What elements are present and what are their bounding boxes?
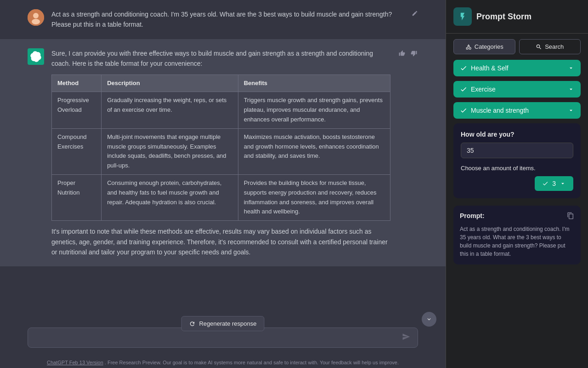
table-cell-benefits: Triggers muscle growth and strength gain…: [238, 92, 390, 128]
chat-panel: Act as a strength and conditioning coach…: [0, 0, 446, 368]
category-health-self-label: Health & Self: [471, 64, 509, 72]
prompt-section: Prompt: Act as a strength and conditioni…: [453, 206, 581, 264]
footer-description: . Free Research Preview. Our goal is to …: [105, 360, 399, 365]
prompt-text: Act as a strength and conditioning coach…: [460, 225, 574, 258]
category-muscle-strength-button[interactable]: Muscle and strength: [453, 102, 581, 119]
tab-search[interactable]: Search: [519, 39, 581, 54]
message-actions: [412, 9, 418, 18]
category-exercise-button[interactable]: Exercise: [453, 81, 581, 98]
svg-point-2: [32, 19, 40, 24]
category-health-self-button[interactable]: Health & Self: [453, 60, 581, 76]
col-header-description: Description: [102, 75, 238, 92]
category-exercise-label: Exercise: [471, 86, 496, 93]
user-avatar: [28, 9, 44, 26]
regenerate-button[interactable]: Regenerate response: [181, 316, 264, 331]
table-row: Compound ExercisesMulti-joint movements …: [52, 128, 390, 174]
table-cell-description: Gradually increasing the weight, reps, o…: [102, 92, 238, 128]
ai-avatar: [28, 48, 44, 65]
ai-message-content: Sure, I can provide you with three effec…: [51, 48, 390, 258]
tab-search-label: Search: [545, 43, 564, 50]
response-table: Method Description Benefits Progressive …: [51, 75, 390, 221]
table-cell-description: Consuming enough protein, carbohydrates,…: [102, 174, 238, 220]
send-button[interactable]: [402, 333, 410, 343]
panel-header: Prompt Storm: [446, 0, 588, 34]
panel-tabs: Categories Search: [446, 34, 588, 60]
thumbs-down-button[interactable]: [410, 49, 418, 59]
regenerate-area: Regenerate response: [181, 316, 264, 331]
category-muscle-strength-label: Muscle and strength: [471, 107, 529, 114]
age-label: How old are you?: [461, 131, 573, 138]
footer-text: ChatGPT Feb 13 Version . Free Research P…: [47, 360, 399, 365]
chat-input[interactable]: [35, 334, 402, 341]
amount-dropdown-button[interactable]: 3: [535, 176, 573, 191]
amount-dropdown-area: 3: [461, 176, 573, 191]
prompt-header: Prompt:: [460, 212, 574, 221]
ai-message-actions: [398, 48, 418, 59]
config-box: How old are you? Choose an amount of ite…: [453, 123, 581, 198]
footer-version-link[interactable]: ChatGPT Feb 13 Version: [47, 360, 103, 365]
panel-title: Prompt Storm: [476, 12, 531, 22]
user-message-text: Act as a strength and conditioning coach…: [51, 9, 404, 30]
age-input[interactable]: [461, 143, 573, 158]
edit-message-button[interactable]: [412, 10, 418, 18]
table-cell-method: Proper Nutrition: [52, 174, 102, 220]
tab-categories-label: Categories: [475, 43, 503, 50]
copy-prompt-button[interactable]: [567, 212, 574, 221]
lightning-icon: [453, 7, 472, 26]
tab-categories[interactable]: Categories: [453, 39, 515, 54]
table-row: Progressive OverloadGradually increasing…: [52, 92, 390, 128]
user-message-block: Act as a strength and conditioning coach…: [0, 0, 446, 39]
prompt-label: Prompt:: [460, 212, 485, 219]
table-cell-method: Compound Exercises: [52, 128, 102, 174]
table-row: Proper NutritionConsuming enough protein…: [52, 174, 390, 220]
table-cell-method: Progressive Overload: [52, 92, 102, 128]
ai-intro-text: Sure, I can provide you with three effec…: [51, 48, 390, 69]
footer: ChatGPT Feb 13 Version . Free Research P…: [0, 357, 446, 368]
ai-continuation-text: It's important to note that while these …: [51, 226, 390, 257]
svg-point-1: [33, 13, 39, 18]
col-header-benefits: Benefits: [238, 75, 390, 92]
amount-value: 3: [552, 180, 556, 187]
table-cell-description: Multi-joint movements that engage multip…: [102, 128, 238, 174]
table-cell-benefits: Maximizes muscle activation, boosts test…: [238, 128, 390, 174]
chat-messages: Act as a strength and conditioning coach…: [0, 0, 446, 322]
scroll-down-button[interactable]: [422, 312, 436, 327]
thumbs-up-button[interactable]: [398, 49, 406, 59]
right-panel: Prompt Storm Categories Search Health & …: [446, 0, 588, 368]
col-header-method: Method: [52, 75, 102, 92]
table-cell-benefits: Provides the building blocks for muscle …: [238, 174, 390, 220]
panel-content: Health & Self Exercise Muscle and streng…: [446, 60, 588, 368]
regenerate-label: Regenerate response: [199, 320, 256, 327]
ai-message-block: Sure, I can provide you with three effec…: [0, 39, 446, 267]
amount-label: Choose an amount of items.: [461, 165, 573, 172]
